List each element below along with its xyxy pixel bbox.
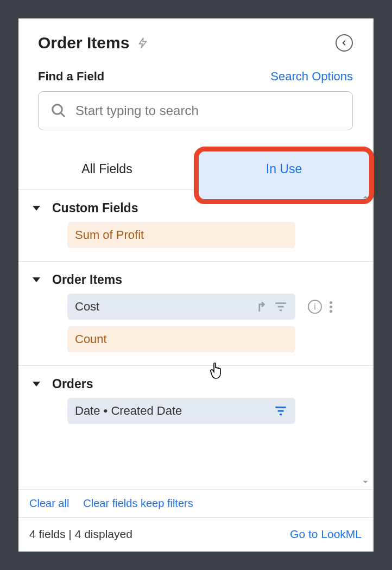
field-label: Sum of Profit <box>75 228 144 242</box>
field-cost[interactable]: Cost i <box>67 294 295 320</box>
field-count[interactable]: Count <box>67 326 295 352</box>
footer-links: Clear all Clear fields keep filters <box>18 489 372 517</box>
panel-title: Order Items <box>38 34 129 52</box>
field-row-actions: i <box>308 300 332 314</box>
footer-status: 4 fields | 4 displayed Go to LookML <box>18 517 372 552</box>
filter-icon[interactable] <box>274 300 288 314</box>
panel-header: Order Items <box>18 18 372 52</box>
field-count-status: 4 fields | 4 displayed <box>29 528 132 541</box>
scroll-up-icon <box>361 193 370 201</box>
field-list[interactable]: Custom Fields Sum of Profit Order Items … <box>18 190 372 489</box>
section-header-order-items[interactable]: Order Items <box>18 273 372 287</box>
section-title: Order Items <box>52 273 122 287</box>
tab-in-use[interactable]: In Use <box>195 151 372 189</box>
section-order-items: Order Items Cost i <box>18 262 372 366</box>
search-options-link[interactable]: Search Options <box>270 69 353 84</box>
caret-down-icon <box>33 382 40 387</box>
field-label: Date • Created Date <box>75 404 182 418</box>
caret-down-icon <box>33 277 40 282</box>
section-header-orders[interactable]: Orders <box>18 377 372 391</box>
info-icon[interactable]: i <box>308 300 322 314</box>
field-sum-of-profit[interactable]: Sum of Profit <box>67 222 295 248</box>
tab-all-fields[interactable]: All Fields <box>18 151 195 189</box>
search-input[interactable] <box>75 103 340 118</box>
field-picker-panel: Order Items Find a Field Search Options … <box>18 18 374 552</box>
section-title: Orders <box>52 377 93 391</box>
bolt-icon <box>137 35 149 51</box>
search-area: Find a Field Search Options <box>18 52 372 130</box>
collapse-panel-button[interactable] <box>336 34 353 52</box>
scroll-down-icon <box>361 478 370 486</box>
search-icon <box>50 103 67 119</box>
caret-down-icon <box>33 206 40 211</box>
go-to-lookml-link[interactable]: Go to LookML <box>290 528 362 541</box>
svg-point-0 <box>53 105 62 115</box>
section-header-custom-fields[interactable]: Custom Fields <box>18 201 372 216</box>
field-date-created-date[interactable]: Date • Created Date <box>67 398 295 424</box>
kebab-menu-icon[interactable] <box>330 301 332 313</box>
clear-all-link[interactable]: Clear all <box>29 497 69 510</box>
svg-line-1 <box>61 113 65 117</box>
clear-fields-keep-filters-link[interactable]: Clear fields keep filters <box>83 497 193 510</box>
section-title: Custom Fields <box>52 201 138 216</box>
filter-active-icon[interactable] <box>274 404 288 418</box>
section-orders: Orders Date • Created Date <box>18 366 372 437</box>
pivot-icon[interactable] <box>254 300 268 314</box>
tabs: All Fields In Use <box>18 151 372 190</box>
section-custom-fields: Custom Fields Sum of Profit <box>18 190 372 262</box>
field-label: Count <box>75 332 107 346</box>
find-field-label: Find a Field <box>38 69 104 84</box>
search-box[interactable] <box>38 91 353 130</box>
chevron-left-icon <box>340 39 348 47</box>
field-label: Cost <box>75 300 99 314</box>
